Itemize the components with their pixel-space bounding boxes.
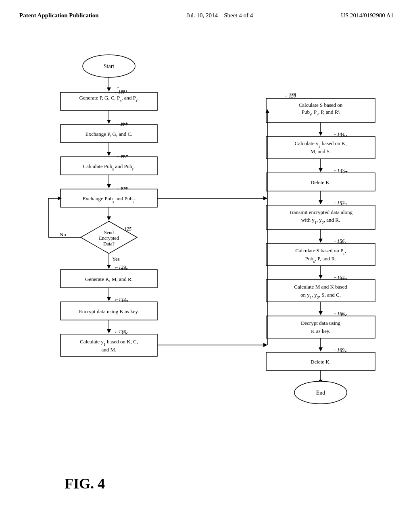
svg-text:114: 114 [120, 121, 127, 127]
svg-marker-90 [319, 311, 323, 315]
svg-marker-78 [319, 239, 323, 243]
svg-marker-14 [107, 152, 111, 156]
svg-text:Generate K, M, and R.: Generate K, M, and R. [85, 276, 133, 282]
svg-text:⌐: ⌐ [334, 347, 337, 353]
svg-text:and M.: and M. [102, 347, 117, 353]
svg-text:⌐: ⌐ [334, 168, 337, 173]
svg-text:147: 147 [337, 168, 345, 173]
svg-text:Calculate S based on: Calculate S based on [299, 102, 343, 108]
svg-text:136: 136 [119, 329, 126, 335]
svg-rect-80 [266, 243, 375, 266]
svg-marker-19 [107, 184, 111, 188]
svg-marker-49 [107, 329, 111, 333]
svg-text:Start: Start [104, 63, 115, 69]
svg-marker-61 [319, 132, 323, 136]
svg-text:156: 156 [337, 238, 344, 244]
svg-text:Send: Send [104, 230, 114, 235]
svg-text:⌐: ⌐ [117, 121, 120, 127]
svg-text:⌐: ⌐ [334, 311, 337, 316]
header-patent-number: US 2014/0192980 A1 [341, 11, 394, 20]
svg-text:152: 152 [337, 200, 344, 206]
svg-text:⌐: ⌐ [117, 154, 120, 159]
svg-rect-86 [266, 280, 375, 302]
svg-text:166: 166 [337, 311, 344, 316]
svg-marker-96 [319, 347, 323, 351]
svg-marker-9 [107, 120, 111, 124]
svg-text:Transmit encrypted data along: Transmit encrypted data along [289, 209, 353, 215]
svg-text:⌐: ⌐ [334, 274, 337, 280]
svg-text:Decrypt data using: Decrypt data using [301, 320, 341, 326]
svg-marker-44 [107, 297, 111, 301]
svg-text:Data?: Data? [103, 241, 115, 247]
svg-text:End: End [316, 390, 325, 396]
svg-marker-39 [107, 265, 111, 269]
svg-text:133: 133 [119, 297, 126, 302]
svg-marker-67 [319, 168, 323, 172]
svg-text:K as key.: K as key. [311, 328, 330, 334]
svg-marker-24 [107, 216, 111, 220]
svg-text:⌐: ⌐ [286, 93, 288, 99]
svg-text:139: 139 [289, 93, 296, 99]
svg-text:129: 129 [119, 264, 126, 270]
svg-text:121: 121 [120, 186, 127, 191]
flowchart-svg: Start 111 ⌐ Generate P, G, C, Ps, and Pr… [0, 28, 413, 511]
svg-text:Yes: Yes [112, 256, 120, 262]
header-publication-title: Patent Application Publication [19, 11, 99, 20]
svg-text:Delete K.: Delete K. [311, 179, 331, 185]
svg-text:⌐: ⌐ [117, 186, 120, 191]
svg-marker-84 [319, 275, 323, 279]
svg-rect-51 [60, 334, 157, 356]
svg-text:⌐: ⌐ [334, 131, 337, 137]
svg-marker-72 [319, 200, 323, 204]
figure-label: FIG. 4 [65, 475, 105, 492]
svg-text:⌐: ⌐ [115, 264, 118, 270]
svg-text:144: 144 [337, 131, 344, 137]
diagram-container: Start 111 ⌐ Generate P, G, C, Ps, and Pr… [0, 28, 413, 511]
svg-text:117: 117 [120, 154, 127, 159]
svg-text:Encrypted: Encrypted [99, 235, 119, 241]
page-header: Patent Application Publication Jul. 10, … [0, 0, 413, 20]
header-date-sheet: Jul. 10, 2014 Sheet 4 of 4 [187, 11, 253, 20]
svg-text:169: 169 [337, 347, 344, 353]
svg-text:M, and S.: M, and S. [311, 148, 331, 154]
svg-text:⌐: ⌐ [115, 329, 118, 335]
svg-text:163: 163 [337, 274, 344, 280]
svg-marker-26 [263, 196, 267, 200]
svg-text:⌐: ⌐ [115, 297, 118, 302]
svg-text:⌐: ⌐ [334, 238, 337, 244]
svg-text:Encrypt data using K as key.: Encrypt data using K as key. [79, 308, 139, 314]
svg-text:Exchange P, G, and C.: Exchange P, G, and C. [86, 131, 133, 137]
svg-text:Delete K.: Delete K. [311, 359, 331, 365]
svg-marker-3 [107, 87, 111, 91]
svg-rect-92 [266, 316, 375, 338]
svg-text:No: No [60, 231, 66, 237]
svg-text:Calculate M and K based: Calculate M and K based [294, 284, 347, 290]
svg-text:⌐: ⌐ [334, 200, 337, 206]
svg-text:⌐111: ⌐111 [115, 89, 125, 95]
svg-marker-55 [263, 343, 267, 347]
